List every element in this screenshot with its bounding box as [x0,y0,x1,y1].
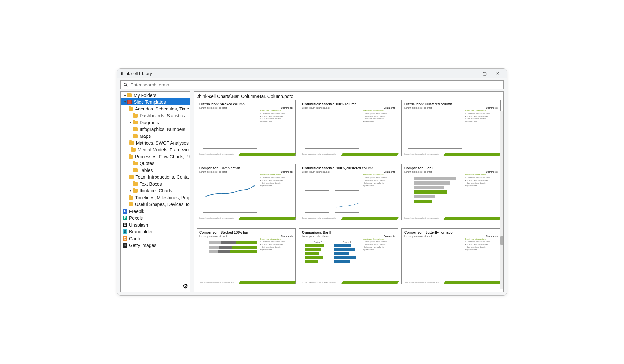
tree-item-label: Freepik [129,209,144,214]
tree-item-team-introductions-conta[interactable]: Team Introductions, Conta [121,174,190,180]
source-pexels[interactable]: PPexels [121,214,190,221]
source-freepik[interactable]: FFreepik [121,208,190,214]
maximize-button[interactable]: ▢ [478,71,491,76]
thumb-footer-text: Source: Lorem ipsum dolor sit amet conse… [404,281,439,283]
sidebar: ▸My Folders▾Slide TemplatesAgendas, Sche… [120,91,190,292]
thumb-comments-label: Comments [281,235,293,237]
close-button[interactable]: ✕ [491,71,504,76]
thumb-subtitle: Lorem ipsum dolor sit amet [302,235,329,237]
source-brandfolder[interactable]: BBrandfolder [121,228,190,235]
folder-tree: ▸My Folders▾Slide TemplatesAgendas, Sche… [121,92,190,281]
tree-item-think-cell-charts[interactable]: ▸think-cell Charts [121,187,190,194]
tree-item-useful-shapes-devices-ico[interactable]: Useful Shapes, Devices, Ico [121,201,190,208]
source-unsplash[interactable]: UUnsplash [121,221,190,228]
comment-area: Insert your observations • Lorem ipsum d… [260,174,293,216]
template-thumb[interactable]: Comparison: Butterfly, tornado Lorem ips… [401,228,501,284]
thumb-comments-label: Comments [384,171,395,173]
svg-point-3 [212,194,214,195]
scrollbar-thumb[interactable] [500,236,503,245]
tree-item-label: Pexels [129,215,143,221]
thumb-subtitle: Lorem ipsum dolor sit amet [404,171,432,173]
comment-area: Insert your observations • Lorem ipsum d… [260,238,293,280]
comment-heading: Insert your observations [363,110,395,112]
main-panel: \think-cell Charts\Bar, Column\Bar, Colu… [194,91,504,292]
folder-icon [129,175,134,179]
source-getty-images[interactable]: GGetty Images [121,242,190,249]
template-thumb[interactable]: Distribution: Stacked, 100%, clustered c… [299,164,398,220]
thumb-subtitle: Lorem ipsum dolor sit amet [404,235,432,237]
source-canto[interactable]: CCanto [121,235,190,242]
svg-point-8 [247,189,248,190]
template-thumb[interactable]: Distribution: Stacked column Lorem ipsum… [197,100,296,156]
getty images-icon: G [123,243,127,248]
tree-item-maps[interactable]: Maps [121,133,190,139]
tree-item-processes-flow-charts-ph[interactable]: Processes, Flow Charts, Ph [121,153,190,160]
chevron-right-icon: ▸ [123,93,127,97]
comment-heading: Insert your observations [260,110,293,112]
thumb-comments-label: Comments [281,107,293,109]
folder-icon [129,202,133,206]
thumb-subtitle: Lorem ipsum dolor sit amet [404,107,432,109]
thumb-chart [199,238,258,280]
thumb-comments-label: Comments [384,235,395,237]
thumb-title: Distribution: Clustered column [404,102,498,106]
tree-item-quotes[interactable]: Quotes [121,160,190,167]
tree-item-slide-templates[interactable]: ▾Slide Templates [121,98,190,105]
template-thumb[interactable]: Comparison: Combination Lorem ipsum dolo… [197,164,296,220]
tree-item-my-folders[interactable]: ▸My Folders [121,92,190,98]
slide-template-icon [127,100,132,104]
tree-item-label: Timelines, Milestones, Proj [135,195,189,200]
tree-item-mental-models-framewo[interactable]: Mental Models, Framewo [121,146,190,153]
folder-icon [129,141,134,145]
folder-icon [133,168,138,172]
tree-item-text-boxes[interactable]: Text Boxes [121,180,190,187]
tree-item-agendas-schedules-time[interactable]: Agendas, Schedules, Time [121,105,190,112]
folder-icon [129,107,133,111]
tree-item-timelines-milestones-proj[interactable]: Timelines, Milestones, Proj [121,194,190,201]
template-thumb[interactable]: Distribution: Stacked 100% column Lorem … [299,100,398,156]
folder-icon [129,155,133,159]
template-thumb[interactable]: Comparison: Bar II Lorem ipsum dolor sit… [299,228,398,284]
tree-item-label: Maps [140,134,151,139]
comment-area: Insert your observations • Lorem ipsum d… [363,174,395,216]
tree-item-dashboards-statistics[interactable]: Dashboards, Statistics [121,112,190,119]
thumb-footer-text: Source: Lorem ipsum dolor sit amet conse… [404,217,439,219]
tree-item-label: Brandfolder [129,229,153,234]
tree-item-diagrams[interactable]: ▸Diagrams [121,119,190,126]
tree-item-tables[interactable]: Tables [121,167,190,174]
comment-heading: Insert your observations [465,174,498,176]
thumb-footer-text: Source: Lorem ipsum dolor sit amet conse… [199,281,234,283]
template-thumb[interactable]: Distribution: Clustered column Lorem ips… [401,100,501,156]
thumb-comments-label: Comments [281,171,293,173]
tree-item-matrices-swot-analyses[interactable]: Matrices, SWOT Analyses [121,139,190,146]
thumb-title: Distribution: Stacked 100% column [302,102,395,106]
gear-icon[interactable]: ⚙ [183,283,188,290]
template-thumb[interactable]: Comparison: Bar I Lorem ipsum dolor sit … [401,164,501,220]
scrollbar[interactable] [500,111,503,289]
search-bar[interactable] [120,80,504,89]
tree-item-label: Getty Images [129,243,156,248]
minimize-button[interactable]: — [465,71,478,76]
thumb-footer-text: Source: Lorem ipsum dolor sit amet conse… [199,217,234,219]
svg-point-0 [124,83,127,86]
thumb-subtitle: Lorem ipsum dolor sit amet [302,107,329,109]
thumb-comments-label: Comments [486,235,498,237]
tree-item-label: Processes, Flow Charts, Ph [135,154,190,159]
svg-line-1 [126,85,128,87]
tree-item-label: Infographics, Numbers [140,127,185,132]
comment-heading: Insert your observations [260,238,293,240]
template-thumb[interactable]: Comparison: Stacked 100% bar Lorem ipsum… [197,228,296,284]
tree-item-label: Agendas, Schedules, Time [135,106,189,111]
thumb-chart: Product AProduct B [302,238,361,280]
search-input[interactable] [130,82,501,87]
folder-icon [133,134,138,138]
thumb-title: Comparison: Combination [199,166,293,170]
tree-item-label: My Folders [134,93,156,98]
folder-icon [133,189,138,193]
tree-item-infographics-numbers[interactable]: Infographics, Numbers [121,126,190,133]
thumb-chart [404,174,463,216]
folder-icon [133,121,138,124]
folder-icon [129,196,133,200]
tree-item-label: Tables [140,168,153,173]
comment-heading: Insert your observations [465,110,498,112]
